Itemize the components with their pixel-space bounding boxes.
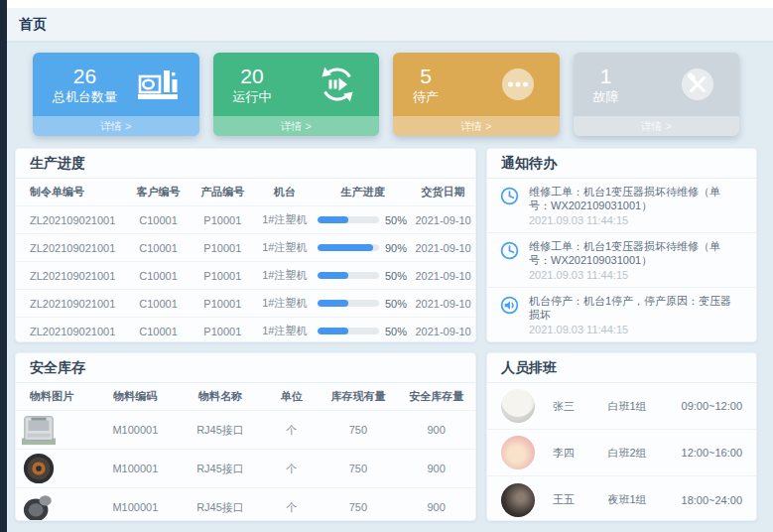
notification-item[interactable]: 维修工单：机台1变压器损坏待维修（单号：WX202109031001） 2021… bbox=[487, 179, 756, 233]
notifications-panel: 通知待办 bbox=[486, 148, 757, 342]
clock-icon bbox=[499, 240, 521, 262]
product-no-cell: P10001 bbox=[191, 290, 255, 318]
person-name: 李四 bbox=[553, 446, 608, 461]
notification-timestamp: 2021.09.03 11:44:15 bbox=[529, 268, 742, 282]
production-table-row: ZL202109021001 C10001 P10001 1#注塑机 50% bbox=[16, 290, 475, 318]
product-no-cell: P10001 bbox=[191, 234, 255, 262]
cone-speaker-image bbox=[19, 500, 59, 512]
notification-text: 维修工单：机台1变压器损坏待维修（单号：WX202109031001） bbox=[529, 185, 742, 212]
progress-track bbox=[318, 244, 379, 251]
progress-label: 50% bbox=[385, 326, 407, 337]
avatar bbox=[501, 436, 535, 469]
shift-time: 18:00~24:00 bbox=[682, 494, 742, 506]
safety-stock-cell: 900 bbox=[397, 488, 475, 522]
notification-body: 机台停产：机台1停产，停产原因：变压器损坏 2021.09.03 11:44:1… bbox=[529, 294, 742, 336]
col-unit: 单位 bbox=[264, 383, 320, 411]
delivery-date-cell: 2021-09-10 bbox=[411, 206, 475, 234]
shift-label: 白班1组 bbox=[608, 399, 682, 414]
customer-no-cell: C10001 bbox=[126, 290, 191, 318]
progress-cell: 90% bbox=[315, 234, 411, 262]
notification-text: 维修工单：机台1变压器损坏待维修（单号：WX202109031001） bbox=[529, 239, 742, 267]
progress-fill bbox=[318, 328, 348, 334]
round-speaker-image bbox=[19, 462, 59, 473]
standby-icon bbox=[496, 65, 540, 104]
unit-cell: 个 bbox=[264, 450, 320, 488]
order-no-cell: ZL202109021001 bbox=[16, 318, 126, 343]
shift-time: 12:00~16:00 bbox=[682, 447, 742, 459]
current-stock-cell: 750 bbox=[320, 411, 398, 450]
col-current-stock: 库存现有量 bbox=[320, 383, 398, 411]
safety-stock-cell: 900 bbox=[397, 411, 475, 450]
material-code-cell: M100001 bbox=[94, 488, 177, 522]
progress-track bbox=[318, 328, 379, 334]
notification-list: 维修工单：机台1变压器损坏待维修（单号：WX202109031001） 2021… bbox=[487, 179, 756, 342]
progress-fill bbox=[318, 244, 373, 251]
material-code-cell: M100001 bbox=[94, 411, 177, 450]
material-code-cell: M100001 bbox=[94, 450, 177, 488]
col-safety-stock: 安全库存量 bbox=[397, 383, 475, 411]
panel-title-inventory: 安全库存 bbox=[16, 353, 475, 383]
rj45-image bbox=[19, 423, 59, 435]
production-progress-panel: 生产进度 制令单编号 客户编号 产品编号 机台 生产进度 交货日期 bbox=[15, 148, 476, 342]
col-product-no: 产品编号 bbox=[191, 179, 255, 206]
safety-stock-panel: 安全库存 物料图片 物料编码 物料名称 单位 库存现有量 安全库存量 bbox=[15, 352, 476, 521]
product-no-cell: P10001 bbox=[191, 262, 255, 290]
unit-cell: 个 bbox=[264, 488, 320, 522]
stat-value: 5 bbox=[420, 64, 432, 89]
tab-home[interactable]: 首页 bbox=[19, 16, 47, 34]
order-no-cell: ZL202109021001 bbox=[16, 262, 126, 290]
production-table-row: ZL202109021001 C10001 P10001 1#注塑机 90% bbox=[16, 234, 475, 262]
shift-label: 夜班1组 bbox=[608, 492, 682, 507]
product-no-cell: P10001 bbox=[191, 318, 255, 343]
stat-card-main: 20 运行中 bbox=[213, 53, 380, 116]
inventory-table-header: 物料图片 物料编码 物料名称 单位 库存现有量 安全库存量 bbox=[16, 383, 475, 411]
current-stock-cell: 750 bbox=[320, 488, 398, 522]
customer-no-cell: C10001 bbox=[126, 262, 191, 290]
machine-icon bbox=[136, 65, 180, 104]
order-no-cell: ZL202109021001 bbox=[16, 206, 126, 234]
schedule-row: 王五 夜班1组 18:00~24:00 bbox=[487, 476, 756, 521]
stat-label: 故障 bbox=[593, 89, 619, 105]
stat-card[interactable]: 5 待产 bbox=[393, 53, 560, 136]
col-material-name: 物料名称 bbox=[177, 383, 264, 411]
unit-cell: 个 bbox=[264, 411, 320, 450]
stat-card-main: 1 故障 bbox=[574, 53, 740, 116]
machine-cell: 1#注塑机 bbox=[255, 290, 315, 318]
card-details-link[interactable]: 详情 > bbox=[393, 116, 560, 136]
delivery-date-cell: 2021-09-10 bbox=[411, 234, 475, 262]
card-details-link[interactable]: 详情 > bbox=[33, 116, 199, 136]
notification-item[interactable]: 机台停产：机台1停产，停产原因：变压器损坏 2021.09.03 11:44:1… bbox=[487, 288, 756, 342]
collapsed-sidebar bbox=[0, 0, 7, 532]
stat-card[interactable]: 1 故障 bbox=[574, 53, 740, 136]
progress-bar: 90% bbox=[318, 242, 408, 254]
delivery-date-cell: 2021-09-10 bbox=[411, 290, 475, 318]
inventory-table-row: M100001 RJ45接口 个 750 900 bbox=[16, 450, 475, 488]
stat-value: 26 bbox=[73, 64, 96, 89]
main-content: 26 总机台数量 bbox=[7, 43, 773, 532]
progress-label: 90% bbox=[385, 242, 407, 254]
progress-bar: 50% bbox=[318, 298, 408, 310]
card-details-link[interactable]: 详情 > bbox=[574, 116, 740, 136]
machine-cell: 1#注塑机 bbox=[255, 206, 315, 234]
notification-text: 机台停产：机台1停产，停产原因：变压器损坏 bbox=[529, 294, 742, 322]
schedule-list: 张三 白班1组 09:00~12:00 李四 白班2组 12:00~16:00 bbox=[487, 383, 756, 521]
stat-card-main: 26 总机台数量 bbox=[33, 53, 199, 116]
col-delivery-date: 交货日期 bbox=[411, 179, 475, 206]
production-table-row: ZL202109021001 C10001 P10001 1#注塑机 50% bbox=[16, 262, 475, 290]
notification-item[interactable]: 维修工单：机台1变压器损坏待维修（单号：WX202109031001） 2021… bbox=[487, 233, 756, 288]
col-order-no: 制令单编号 bbox=[16, 179, 126, 206]
safety-stock-cell: 900 bbox=[397, 450, 475, 488]
stat-card[interactable]: 20 运行中 bbox=[213, 53, 380, 136]
current-stock-cell: 750 bbox=[320, 450, 398, 488]
stat-card-text: 20 运行中 bbox=[233, 64, 272, 106]
production-table-row: ZL202109021001 C10001 P10001 1#注塑机 50% bbox=[16, 206, 475, 234]
person-name: 王五 bbox=[553, 492, 608, 507]
stat-card-main: 5 待产 bbox=[393, 53, 560, 116]
stat-card[interactable]: 26 总机台数量 bbox=[33, 53, 199, 136]
machine-cell: 1#注塑机 bbox=[255, 234, 315, 262]
panels-grid: 生产进度 制令单编号 客户编号 产品编号 机台 生产进度 交货日期 bbox=[15, 148, 757, 521]
speaker-icon bbox=[499, 295, 521, 317]
card-details-link[interactable]: 详情 > bbox=[213, 116, 380, 136]
production-table-header: 制令单编号 客户编号 产品编号 机台 生产进度 交货日期 bbox=[16, 179, 475, 206]
progress-fill bbox=[318, 216, 348, 223]
